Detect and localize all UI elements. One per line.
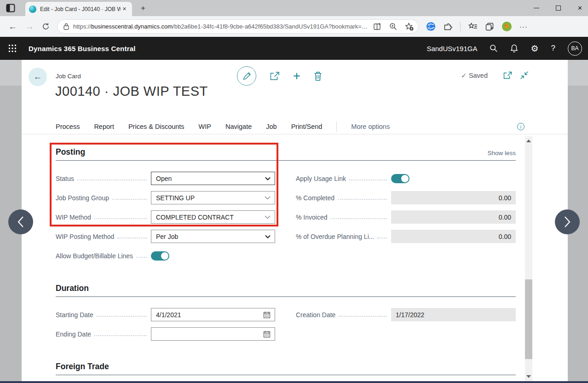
collections-add-button[interactable] [485, 23, 494, 31]
toggle-knob [161, 252, 168, 260]
calendar-icon[interactable] [263, 331, 271, 338]
starting-date-input[interactable]: 4/1/2021 [151, 308, 275, 321]
previous-record-button[interactable] [8, 209, 33, 234]
posting-section-title: Posting [56, 147, 516, 157]
page-back-button[interactable]: ← [29, 68, 47, 86]
search-button[interactable] [490, 44, 498, 52]
pizza-extension-icon[interactable] [502, 22, 512, 31]
toggle-knob [401, 175, 409, 182]
split-screen-button[interactable] [374, 23, 381, 30]
new-tab-button[interactable]: + [138, 3, 148, 13]
starting-date-field-row: Starting Date 4/1/2021 [56, 308, 275, 321]
open-in-new-window-button[interactable] [503, 71, 512, 80]
tab-close-icon[interactable]: ✕ [121, 5, 128, 13]
open-in-new-icon [503, 71, 512, 80]
wip-posting-method-label: WIP Posting Method [56, 232, 114, 241]
apply-usage-link-toggle[interactable] [391, 174, 409, 183]
browser-toolbar: ← → https://businesscentral.dynamics.com… [0, 16, 588, 37]
status-label: Status [56, 174, 74, 183]
bell-icon [510, 44, 518, 53]
url-host: businesscentral.dynamics.com [91, 23, 173, 30]
dotted-leader [112, 199, 147, 200]
pct-invoiced-field-row: % Invoiced 0.00 [296, 210, 516, 224]
business-central-job-card-screen: { "colors": { "accent_teal": "#15808d", … [0, 0, 588, 383]
ending-date-input[interactable] [151, 327, 275, 341]
calendar-icon[interactable] [263, 311, 271, 319]
pct-invoiced-label: % Invoiced [296, 213, 327, 221]
help-button[interactable]: ? [551, 44, 555, 53]
menu-report[interactable]: Report [94, 123, 114, 130]
favorites-button[interactable] [468, 23, 478, 30]
share-button[interactable] [270, 71, 280, 81]
browser-back-button[interactable]: ← [8, 22, 17, 31]
maximize-icon [556, 6, 561, 11]
new-record-button[interactable]: + [293, 70, 300, 82]
menu-job[interactable]: Job [266, 123, 277, 130]
save-status: ✓ Saved [461, 72, 488, 79]
user-avatar[interactable]: BA [568, 41, 582, 56]
menu-print-send[interactable]: Print/Send [291, 123, 323, 130]
url-path: /bb2a6be1-34fc-41f8-9cbe-a642f65bd383/Sa… [173, 23, 368, 30]
window-close-button[interactable]: ✕ [577, 5, 582, 11]
action-bar: Process Report Prices & Discounts WIP Na… [22, 119, 568, 134]
menu-process[interactable]: Process [56, 123, 80, 130]
scrollbar-down-arrow[interactable] [526, 375, 531, 378]
ending-date-field-row: Ending Date [56, 327, 275, 341]
browser-refresh-button[interactable] [42, 23, 50, 30]
menu-prices-discounts[interactable]: Prices & Discounts [128, 123, 184, 130]
settings-gear-icon[interactable]: ⚙ [530, 44, 538, 53]
delete-button[interactable] [314, 71, 322, 81]
info-icon[interactable]: i [517, 123, 525, 130]
saved-label: Saved [469, 72, 488, 79]
toolbar-divider [460, 22, 461, 31]
zoom-button[interactable] [389, 23, 397, 30]
dotted-leader [338, 199, 387, 200]
product-title[interactable]: Dynamics 365 Business Central [29, 45, 136, 52]
browser-forward-button[interactable]: → [25, 22, 34, 31]
wip-posting-method-select[interactable]: Per Job [151, 230, 275, 243]
foreign-trade-section: Foreign Trade [56, 362, 516, 375]
job-posting-group-lookup[interactable]: SETTING UP [151, 191, 275, 204]
notifications-button[interactable] [510, 44, 518, 53]
apply-usage-link-label: Apply Usage Link [296, 174, 346, 183]
show-less-link[interactable]: Show less [487, 150, 516, 157]
allow-budget-billable-lines-field-row: Allow Budget/Billable Lines [56, 249, 275, 262]
add-favorite-button[interactable] [405, 23, 414, 31]
scrollbar-thumb[interactable] [525, 279, 532, 359]
lock-icon[interactable] [63, 23, 69, 30]
vertical-scrollbar[interactable] [525, 136, 532, 381]
trash-icon [314, 71, 322, 81]
window-minimize-button[interactable] [534, 8, 539, 9]
tab-actions-icon [6, 4, 15, 12]
more-options-button[interactable]: More options [351, 123, 390, 130]
foreign-trade-section-title: Foreign Trade [56, 362, 516, 371]
environment-name: SandUSv191GA [427, 45, 477, 52]
browser-tab-strip: Edit - Job Card - J00140 · JOB WI ✕ + ✕ [0, 0, 588, 16]
scrollbar-up-arrow[interactable] [526, 139, 531, 142]
menu-navigate[interactable]: Navigate [225, 123, 252, 130]
allow-budget-billable-lines-toggle[interactable] [151, 251, 169, 261]
edit-pencil-button[interactable] [237, 66, 256, 86]
status-select[interactable]: Open [151, 172, 275, 185]
next-record-button[interactable] [555, 209, 580, 234]
workspace-background: ← Job Card + [0, 60, 588, 383]
chevron-right-icon [564, 216, 571, 228]
dotted-leader [117, 238, 147, 238]
app-launcher-waffle-icon[interactable] [8, 44, 17, 52]
wip-method-lookup[interactable]: COMPLETED CONTRACT [151, 210, 275, 224]
menu-wip[interactable]: WIP [199, 123, 211, 130]
extensions-button[interactable] [444, 23, 452, 31]
status-field-row: Status Open [56, 172, 275, 185]
job-card-page: ← Job Card + [22, 60, 568, 381]
window-maximize-button[interactable] [556, 6, 561, 11]
tab-actions-menu-button[interactable] [5, 3, 16, 13]
browser-settings-menu-button[interactable]: ··· [519, 23, 528, 30]
ending-date-label: Ending Date [56, 330, 91, 338]
address-bar[interactable]: https://businesscentral.dynamics.com/bb2… [57, 19, 419, 34]
browser-essentials-button[interactable] [426, 22, 436, 31]
collapse-page-button[interactable] [520, 71, 529, 80]
pct-completed-field: 0.00 [391, 191, 516, 204]
tab-title: Edit - Job Card - J00140 · JOB WI [40, 6, 121, 12]
url-text[interactable]: https://businesscentral.dynamics.com/bb2… [73, 23, 370, 30]
browser-tab[interactable]: Edit - Job Card - J00140 · JOB WI ✕ [25, 2, 132, 16]
